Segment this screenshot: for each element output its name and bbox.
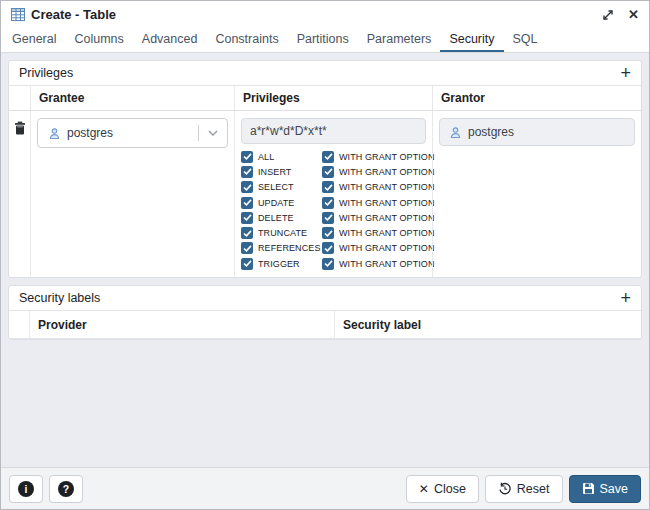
dialog-help-button[interactable]: ? [49,475,83,503]
privilege-checkbox[interactable] [241,151,253,163]
privilege-row-references: REFERENCES WITH GRANT OPTION [241,241,426,256]
privileges-string-input[interactable] [241,118,426,144]
grant-option-checkbox[interactable] [322,166,334,178]
tab-bar: General Columns Advanced Constraints Par… [1,28,649,53]
reset-icon [498,482,512,496]
security-labels-header-spacer [9,311,29,339]
privilege-checkbox-list: ALL WITH GRANT OPTION INSERT WITH GRANT … [241,149,426,271]
add-privilege-button[interactable]: + [620,64,631,82]
tab-advanced[interactable]: Advanced [133,28,207,52]
security-tab-panel: Privileges + Grantee Privileges Grantor [1,53,649,467]
privilege-checkbox[interactable] [241,242,253,254]
privilege-label: DELETE [256,213,322,223]
delete-row-button[interactable] [14,121,26,271]
trash-icon [14,121,26,135]
privileges-section-title: Privileges [19,66,73,80]
close-button[interactable]: ✕ [628,8,639,21]
privilege-label: UPDATE [256,198,322,208]
help-icon: ? [58,481,74,497]
privilege-checkbox[interactable] [241,212,253,224]
security-labels-section: Security labels + Provider Security labe… [8,285,642,340]
title-bar: Create - Table ✕ [1,1,649,28]
privilege-label: TRUNCATE [256,228,322,238]
privileges-section: Privileges + Grantee Privileges Grantor [8,60,642,278]
privilege-checkbox[interactable] [241,258,253,270]
privilege-label: INSERT [256,167,322,177]
dialog-title: Create - Table [31,7,116,22]
save-button-label: Save [600,482,629,496]
grant-option-checkbox[interactable] [322,212,334,224]
user-icon [449,126,462,139]
grantor-value: postgres [468,125,514,139]
privilege-label: ALL [256,152,322,162]
table-icon [11,8,25,21]
security-labels-table: Provider Security label [9,311,641,339]
grantor-cell: postgres [432,111,641,277]
privilege-checkbox[interactable] [241,227,253,239]
tab-security[interactable]: Security [440,28,503,52]
tab-partitions[interactable]: Partitions [288,28,358,52]
grantee-cell: postgres [30,111,234,277]
chevron-down-icon [199,130,227,136]
grantor-field: postgres [439,118,635,146]
grant-option-label: WITH GRANT OPTION [337,213,435,223]
grant-option-checkbox[interactable] [322,242,334,254]
privileges-cell: ALL WITH GRANT OPTION INSERT WITH GRANT … [234,111,432,277]
privilege-row-select: SELECT WITH GRANT OPTION [241,180,426,195]
user-icon [48,127,61,140]
privilege-checkbox[interactable] [241,197,253,209]
dialog-footer: i ? ✕ Close Reset [1,467,649,509]
privilege-row-all: ALL WITH GRANT OPTION [241,149,426,164]
security-labels-section-header: Security labels + [9,286,641,311]
close-dialog-button[interactable]: ✕ Close [406,475,479,503]
privilege-row-delete: DELETE WITH GRANT OPTION [241,210,426,225]
create-table-dialog: Create - Table ✕ General Columns Advance… [0,0,650,510]
privilege-label: SELECT [256,182,322,192]
grant-option-checkbox[interactable] [322,151,334,163]
privileges-table-header-spacer [9,86,30,111]
tab-general[interactable]: General [3,28,65,52]
tab-constraints[interactable]: Constraints [206,28,287,52]
grantee-value: postgres [67,126,113,140]
close-x-icon: ✕ [419,483,429,495]
grant-option-checkbox[interactable] [322,181,334,193]
grant-option-label: WITH GRANT OPTION [337,259,435,269]
sql-help-button[interactable]: i [9,475,43,503]
add-security-label-button[interactable]: + [620,289,631,307]
privilege-label: TRIGGER [256,259,322,269]
grant-option-label: WITH GRANT OPTION [337,182,435,192]
info-icon: i [18,481,34,497]
expand-icon [602,9,614,21]
column-header-grantor: Grantor [432,86,641,111]
grant-option-checkbox[interactable] [322,197,334,209]
maximize-button[interactable] [602,9,614,21]
privilege-row-update: UPDATE WITH GRANT OPTION [241,195,426,210]
security-labels-section-title: Security labels [19,291,100,305]
tab-sql[interactable]: SQL [504,28,547,52]
reset-button[interactable]: Reset [485,475,563,503]
tab-parameters[interactable]: Parameters [358,28,441,52]
close-icon: ✕ [628,8,639,21]
privileges-table: Grantee Privileges Grantor [9,86,641,277]
reset-button-label: Reset [517,482,550,496]
grant-option-checkbox[interactable] [322,258,334,270]
grantee-select[interactable]: postgres [37,118,228,148]
grant-option-label: WITH GRANT OPTION [337,152,435,162]
save-button[interactable]: Save [569,475,642,503]
privilege-label: REFERENCES [256,243,322,253]
grant-option-label: WITH GRANT OPTION [337,198,435,208]
tab-columns[interactable]: Columns [65,28,132,52]
privilege-row-truncate: TRUNCATE WITH GRANT OPTION [241,225,426,240]
privilege-row-insert: INSERT WITH GRANT OPTION [241,164,426,179]
column-header-security-label: Security label [334,311,641,339]
privilege-checkbox[interactable] [241,181,253,193]
column-header-privileges: Privileges [234,86,432,111]
grant-option-label: WITH GRANT OPTION [337,167,435,177]
save-icon [582,482,595,495]
privilege-checkbox[interactable] [241,166,253,178]
grant-option-checkbox[interactable] [322,227,334,239]
privilege-row-actions-cell [9,111,30,277]
column-header-grantee: Grantee [30,86,234,111]
grant-option-label: WITH GRANT OPTION [337,243,435,253]
grant-option-label: WITH GRANT OPTION [337,228,435,238]
